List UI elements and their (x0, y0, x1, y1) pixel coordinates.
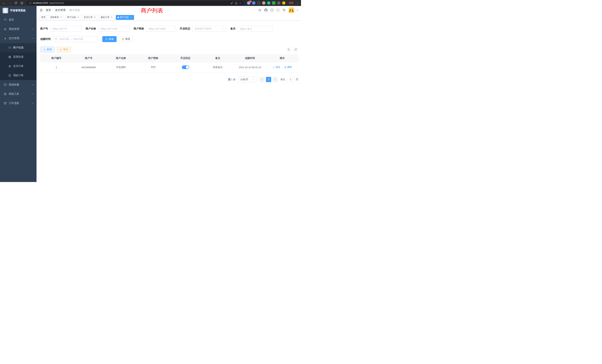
yen-icon: ¥ (4, 37, 7, 40)
col-merchant-id: 商户编号 (40, 54, 73, 62)
font-size-icon[interactable] (282, 9, 286, 12)
search-button[interactable]: 搜索 (102, 36, 117, 42)
sidebar-item-system[interactable]: ⚙ 系统管理 (0, 24, 36, 34)
browser-menu-icon[interactable]: ⋮ (296, 1, 299, 4)
extension-icon-4[interactable] (262, 1, 265, 5)
field-status: 开启状态 请选择开启状态 (180, 26, 226, 32)
sidebar-menu: 首页 ⚙ 系统管理 ¥ 支付管理 (0, 15, 36, 108)
password-key-icon[interactable] (231, 2, 233, 4)
help-icon[interactable]: ? (270, 9, 274, 12)
sidebar-item-app-info[interactable]: 应用信息 (0, 52, 36, 62)
fullscreen-icon[interactable] (276, 9, 280, 12)
delete-label: 删除 (287, 66, 292, 69)
puzzle-extensions-icon[interactable] (277, 1, 280, 5)
toggle-search-button[interactable] (286, 47, 291, 52)
sidebar-item-merchant-info[interactable]: 商户信息 (0, 43, 36, 52)
field-label: 开启状态 (180, 27, 190, 30)
add-button[interactable]: 新增 (40, 46, 54, 53)
tab-close-icon[interactable]: × (77, 16, 79, 19)
extension-icon-5[interactable] (267, 1, 270, 5)
tab-label: 用户分组 (67, 16, 76, 19)
search-icon[interactable] (258, 9, 261, 12)
home-icon[interactable] (20, 1, 24, 4)
extension-icon-6[interactable] (272, 1, 275, 5)
sidebar-item-infra[interactable]: 基础设施 (0, 80, 36, 89)
tab-pay-order[interactable]: 支付订单 × (82, 15, 98, 20)
breadcrumb-payment[interactable]: 支付管理 (55, 9, 65, 12)
field-full-name: 商户全称 (86, 26, 129, 32)
extensions-row: 10 (246, 1, 286, 5)
edit-label: 修改 (276, 66, 280, 69)
monitor-icon (4, 83, 7, 86)
sidebar-item-refund-order[interactable]: 退款订单 (0, 71, 36, 80)
field-label: 创建时间 (40, 37, 51, 41)
breadcrumb-current: 商户信息 (69, 9, 80, 12)
create-time-range-picker[interactable]: 开始日期 - 结束日期 (53, 36, 98, 42)
add-button-label: 新增 (47, 48, 52, 51)
tab-merchant-info[interactable]: 商户信息 × (116, 15, 134, 20)
remark-input[interactable] (238, 26, 273, 32)
reload-icon[interactable] (14, 1, 18, 4)
sidebar-item-workflow[interactable]: 工作流程 (0, 99, 36, 108)
merchant-no-input[interactable] (50, 26, 81, 32)
extension-icon-3[interactable] (257, 1, 260, 5)
sidebar-collapse-icon[interactable] (40, 9, 43, 12)
status-toggle[interactable] (182, 65, 189, 69)
tab-close-icon[interactable]: × (110, 16, 113, 19)
forward-icon[interactable]: → (8, 1, 12, 5)
sidebar-item-label: 商户信息 (13, 46, 23, 49)
field-short-name: 商户简称 (134, 26, 175, 32)
col-full-name: 商户全称 (105, 54, 137, 62)
export-button[interactable]: 导出 (57, 46, 71, 53)
tab-close-icon[interactable]: × (94, 16, 96, 19)
profile-avatar-icon[interactable] (282, 1, 285, 5)
short-name-input[interactable] (146, 26, 175, 32)
prev-page-button[interactable] (259, 77, 265, 82)
tab-close-icon[interactable]: × (60, 16, 63, 19)
back-icon[interactable]: ← (2, 1, 6, 5)
search-button-label: 搜索 (109, 37, 114, 41)
delete-link[interactable]: 删除 (284, 66, 292, 69)
page-size-select[interactable]: 10条/页 (238, 77, 257, 82)
tab-home[interactable]: 首页 (40, 15, 47, 20)
breadcrumb-home[interactable]: 首页 (46, 9, 51, 12)
next-page-button[interactable] (273, 77, 278, 82)
tab-label: 商户信息 (120, 16, 129, 19)
sidebar-item-home[interactable]: 首页 (0, 15, 36, 24)
browser-update-button[interactable]: 更新 (289, 1, 294, 5)
extension-icon-1[interactable]: 10 (247, 1, 250, 5)
cell-actions: 修改 删除 (266, 62, 298, 73)
avatar-caret-icon[interactable]: ▾ (297, 9, 298, 11)
tab-user-group[interactable]: 用户分组 × (65, 15, 81, 20)
app-title: 芋道管理系统 (10, 9, 26, 12)
full-name-input[interactable] (98, 26, 129, 32)
goto-page-input[interactable] (287, 77, 294, 82)
cell-merchant-id: 1 (40, 62, 73, 73)
extension-icon-2[interactable] (252, 1, 255, 5)
github-icon[interactable] (264, 8, 268, 12)
tab-refund-order[interactable]: 退款订单 × (99, 15, 115, 20)
sidebar-item-dev-tools[interactable]: 研发工具 (0, 89, 36, 99)
sidebar-item-label: 应用信息 (13, 55, 23, 59)
tags-view-bar: 首页 流程表单 × 用户分组 × 支付订单 × 退款订单 × (36, 14, 301, 21)
address-bar[interactable]: i localhost:1024 /pay/merchant ☆ (27, 1, 244, 5)
sidebar-item-pay-order[interactable]: 支付订单 (0, 62, 36, 71)
user-avatar[interactable] (289, 7, 294, 13)
cell-full-name: 芋道源码 (105, 62, 137, 73)
sidebar-item-payment[interactable]: ¥ 支付管理 (0, 34, 36, 43)
bookmark-star-icon[interactable]: ☆ (239, 1, 241, 4)
calendar-icon (55, 38, 57, 40)
sidebar-item-label: 工作流程 (9, 102, 19, 105)
tab-label: 首页 (41, 16, 46, 19)
page-number-button[interactable]: 1 (266, 77, 271, 82)
edit-link[interactable]: 修改 (273, 66, 280, 69)
chevron-down-icon (253, 78, 255, 81)
refresh-table-button[interactable] (293, 47, 298, 52)
site-info-icon[interactable]: i (29, 2, 32, 4)
status-select[interactable]: 请选择开启状态 (192, 26, 226, 32)
share-icon[interactable] (235, 2, 238, 4)
gear-icon: ⚙ (4, 28, 7, 31)
tab-process-form[interactable]: 流程表单 × (48, 15, 64, 20)
reset-button[interactable]: 重置 (119, 36, 133, 42)
tab-close-icon[interactable]: × (130, 16, 132, 19)
